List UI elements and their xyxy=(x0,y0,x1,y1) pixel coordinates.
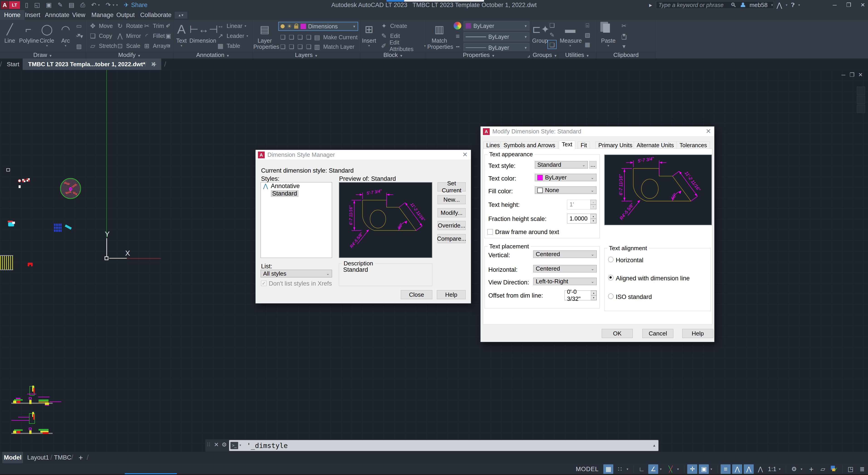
command-input-band[interactable]: >_ ▾ '_dimstyle ▴ xyxy=(229,440,658,451)
dsm-xrefs-checkbox[interactable]: ✓ xyxy=(261,280,267,286)
search-expand-arrow[interactable]: ▸ xyxy=(649,0,652,10)
user-avatar-icon[interactable]: 👤︎ xyxy=(740,2,746,9)
align-horizontal-radio[interactable] xyxy=(608,257,614,262)
insert-button[interactable]: ⊞ Insert ▾ xyxy=(361,21,377,50)
mds-help-button[interactable]: Help xyxy=(682,329,713,338)
select-similar-icon[interactable]: ▧ xyxy=(583,30,592,39)
panel-groups-label[interactable]: Groups▼ xyxy=(532,51,558,59)
group-selection-icon[interactable]: ❏ xyxy=(548,40,557,49)
draw-frame-checkbox[interactable] xyxy=(488,229,493,235)
lineweight-combo[interactable]: ByLayer ▼ xyxy=(464,32,529,41)
file-tab-start[interactable]: Start xyxy=(1,59,25,70)
isolate-objects-icon[interactable]: + xyxy=(806,464,816,474)
mds-ok-button[interactable]: OK xyxy=(602,329,633,338)
edit-attributes-button[interactable]: ✐Edit Attributes▾ xyxy=(380,41,426,50)
circle-caret-icon[interactable]: ▾ xyxy=(38,44,56,48)
settings-gear-icon[interactable]: ⚙ xyxy=(789,464,799,474)
text-style-combo[interactable]: Standard⌄ xyxy=(535,161,588,169)
layer-off-icon[interactable]: ❏ xyxy=(278,33,287,42)
vertical-combo[interactable]: Centered⌄ xyxy=(533,250,597,258)
ribbon-tab-view[interactable]: View xyxy=(68,10,89,20)
command-wrench-icon[interactable]: ⚙ xyxy=(222,441,227,448)
panel-modify-label[interactable]: Modify▼ xyxy=(86,51,173,59)
paste-caret-icon[interactable]: ▾ xyxy=(600,44,616,48)
fraction-up-icon[interactable]: ▲ xyxy=(590,214,596,219)
command-close-icon[interactable]: ✕ xyxy=(214,441,219,448)
tab-model[interactable]: Model xyxy=(2,452,23,463)
polar-caret-icon[interactable]: ▾ xyxy=(660,467,664,471)
command-expand-icon[interactable]: ▴ xyxy=(653,443,655,448)
new-layout-button[interactable]: + xyxy=(76,452,85,463)
graphics-performance-icon[interactable]: ▱ xyxy=(818,464,828,474)
isodraft-caret-icon[interactable]: ▾ xyxy=(677,467,681,471)
ellipse-icon[interactable]: ◔ ▾ xyxy=(74,32,84,41)
measure-button[interactable]: ▬ Measure ▾ xyxy=(560,21,581,50)
arc-caret-icon[interactable]: ▾ xyxy=(56,44,75,48)
offset-up-icon[interactable]: ▲ xyxy=(591,291,596,295)
linetype-combo[interactable]: ByLayer ▼ xyxy=(464,43,529,52)
group-edit-icon[interactable]: ✎ xyxy=(548,30,557,39)
match-layer-button[interactable]: ▥Match Layer xyxy=(313,42,354,51)
scale-caret-icon[interactable]: ▾ xyxy=(779,467,783,471)
view-restore-icon[interactable]: ❐ xyxy=(849,72,855,78)
customize-menu-icon[interactable]: ≣ xyxy=(857,464,867,474)
polyline-button[interactable]: ⌐ Polyline xyxy=(19,21,38,50)
cut-icon[interactable]: ✂ ▾ xyxy=(619,21,628,30)
command-grip-icon[interactable]: ⁞⁞ xyxy=(207,442,211,448)
viewtool-1-icon[interactable] xyxy=(857,87,865,95)
dsm-style-list[interactable]: ⋀ Annotative Standard xyxy=(260,182,332,258)
object-color-combo[interactable]: ByLayer ▼ xyxy=(464,21,529,30)
mirror-button[interactable]: ⋀Mirror xyxy=(116,31,141,40)
stretch-button[interactable]: ▱Stretch xyxy=(89,41,117,50)
modify-style-button[interactable]: Modify... xyxy=(437,208,466,217)
text-color-combo[interactable]: ByLayer⌄ xyxy=(535,174,596,181)
viewtool-2-icon[interactable] xyxy=(857,96,865,104)
new-drawing-tab-button[interactable]: + xyxy=(152,59,156,70)
layer-previous-icon[interactable]: ❏ xyxy=(287,42,296,51)
measure-caret-icon[interactable]: ▾ xyxy=(560,44,581,48)
match-properties-button[interactable]: ▥ Match Properties xyxy=(427,21,451,50)
explode-icon[interactable]: ▣ xyxy=(164,31,173,40)
linear-button[interactable]: ↔Linear▾ xyxy=(217,21,246,30)
offset-icon[interactable]: ≋ xyxy=(164,41,173,50)
tab-symbols-arrows[interactable]: Symbols and Arrows xyxy=(501,142,558,149)
drawing-status-icon[interactable]: ✓ xyxy=(830,464,839,474)
help-icon[interactable]: ❓︎ xyxy=(791,2,795,9)
erase-icon[interactable]: ✐ xyxy=(164,21,173,30)
layer-properties-button[interactable]: ▤ Layer Properties xyxy=(253,21,276,50)
layer-freeze-icon[interactable]: ❏ xyxy=(296,33,305,42)
override-button[interactable]: Override... xyxy=(437,221,466,230)
dsm-title-bar[interactable]: A Dimension Style Manager ✕ xyxy=(256,150,471,159)
object-color-caret-icon[interactable]: ▼ xyxy=(524,24,527,28)
view-minimize-icon[interactable]: ─ xyxy=(841,72,845,78)
isodraft-icon[interactable]: ╲╱ xyxy=(665,464,676,474)
quick-select-icon[interactable]: ⍃ xyxy=(583,21,592,30)
ribbon-collapse-button[interactable]: ▴ ▾ xyxy=(175,12,187,19)
command-text[interactable]: '_dimstyle xyxy=(247,442,288,450)
tab-fit[interactable]: Fit xyxy=(578,142,590,149)
tab-text[interactable]: Text xyxy=(559,141,575,149)
annotation-scale-value[interactable]: 1:1 xyxy=(767,464,777,474)
help-caret-icon[interactable]: ▾ xyxy=(798,3,800,7)
tab-layout1[interactable]: Layout1 xyxy=(27,452,50,463)
command-prompt-icon[interactable]: >_ xyxy=(230,442,238,449)
fill-color-combo[interactable]: None⌄ xyxy=(535,186,596,194)
text-button[interactable]: A Text ▾ xyxy=(174,21,189,50)
minimize-button[interactable]: ─ xyxy=(830,2,840,8)
panel-utilities-label[interactable]: Utilities▼ xyxy=(558,51,596,59)
ungroup-icon[interactable]: ❏ xyxy=(548,21,557,30)
autodesk-caret-icon[interactable]: ▾ xyxy=(786,3,787,7)
osnap-tracking-icon[interactable]: ✛ xyxy=(687,464,697,474)
mds-close-icon[interactable]: ✕ xyxy=(706,126,711,136)
panel-properties-label[interactable]: Properties▼ ⌟ xyxy=(426,51,532,59)
text-style-more-button[interactable]: ... xyxy=(589,161,596,169)
offset-down-icon[interactable]: ▼ xyxy=(591,295,596,300)
quick-calc-icon[interactable]: ▦ xyxy=(583,40,592,49)
layer-thaw-all-icon[interactable]: ❏ xyxy=(296,42,305,51)
fullscreen-icon[interactable]: ◳ xyxy=(845,464,856,474)
group-button[interactable]: ⊏✦ Group xyxy=(532,21,547,50)
text-height-up-icon[interactable]: ▲ xyxy=(590,200,596,205)
user-menu-caret-icon[interactable]: ▾ xyxy=(771,3,773,7)
horizontal-combo[interactable]: Centered⌄ xyxy=(533,265,597,272)
search-icon[interactable]: 🔍︎ xyxy=(731,2,737,9)
